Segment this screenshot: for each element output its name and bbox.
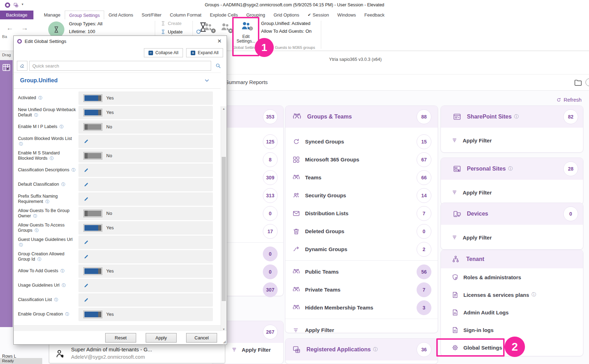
setting-control[interactable]: Yes bbox=[78, 264, 213, 278]
edit-pencil-icon[interactable] bbox=[83, 181, 89, 187]
back-arrow-icon[interactable]: ← bbox=[6, 24, 13, 32]
clear-search-button[interactable] bbox=[17, 61, 27, 71]
row-label: Deleted Groups bbox=[305, 228, 344, 234]
tab-session[interactable]: ✔Session bbox=[303, 11, 333, 19]
list-item-synced-groups[interactable]: Synced Groups15 bbox=[285, 133, 438, 151]
create-button[interactable]: Create bbox=[160, 21, 182, 26]
tab-grid-actions[interactable]: Grid Actions bbox=[104, 11, 137, 19]
tab-group-settings[interactable]: Group Settings bbox=[65, 11, 104, 19]
scroll-up-icon[interactable]: ▲ bbox=[221, 107, 227, 110]
horizontal-scrollbar[interactable] bbox=[14, 325, 221, 331]
tab-column-format[interactable]: Column Format bbox=[166, 11, 206, 19]
collapsed-panel-strip[interactable] bbox=[0, 60, 13, 327]
setting-control[interactable] bbox=[78, 192, 213, 206]
scrollbar-thumb[interactable] bbox=[222, 157, 226, 301]
sharepoint-card[interactable]: SharePoint Sitesⓘ82Apply Filter bbox=[441, 106, 583, 153]
edit-pencil-icon[interactable] bbox=[83, 239, 89, 245]
list-item-distribution-lists[interactable]: Distribution Lists7 bbox=[285, 204, 438, 222]
tenant-item-admin-audit-logs[interactable]: Admin Audit Logs bbox=[441, 304, 583, 321]
expand-all-label: Expand All bbox=[198, 50, 218, 55]
setting-control[interactable] bbox=[78, 164, 213, 177]
tab-backstage[interactable]: Backstage bbox=[0, 11, 33, 19]
toggle-on[interactable] bbox=[83, 109, 102, 116]
list-item-security-groups[interactable]: Security Groups14 bbox=[285, 186, 438, 204]
setting-control[interactable]: Yes bbox=[78, 106, 213, 119]
forward-arrow-icon[interactable]: → bbox=[21, 24, 28, 32]
apply-filter-button[interactable]: Apply Filter bbox=[285, 321, 438, 339]
setting-control[interactable] bbox=[78, 178, 213, 191]
devices-card[interactable]: Devices0Apply Filter bbox=[441, 203, 583, 250]
setting-control[interactable]: Yes bbox=[78, 91, 213, 105]
tab-grid-options[interactable]: Grid Options bbox=[269, 11, 303, 19]
toggle-on[interactable] bbox=[83, 224, 102, 232]
edit-pencil-icon[interactable] bbox=[83, 138, 89, 144]
setting-control[interactable]: Yes bbox=[78, 221, 213, 235]
edit-pencil-icon[interactable] bbox=[83, 297, 89, 303]
grid-lightning-icon[interactable] bbox=[2, 63, 11, 72]
setting-control[interactable] bbox=[78, 236, 213, 249]
update-button[interactable]: Update bbox=[160, 29, 183, 34]
chevron-down-icon[interactable] bbox=[204, 77, 210, 84]
apply-filter-button[interactable]: Apply Filter bbox=[441, 225, 583, 250]
setting-control[interactable]: No bbox=[78, 149, 213, 162]
tab-sort-filter[interactable]: Sort/Filter bbox=[138, 11, 166, 19]
list-item-public-teams[interactable]: Public Teams56 bbox=[285, 263, 438, 281]
setting-control[interactable] bbox=[78, 250, 213, 263]
list-item-deleted-groups[interactable]: Deleted Groups0 bbox=[285, 222, 438, 240]
toggle-on[interactable] bbox=[83, 311, 102, 318]
setting-control[interactable] bbox=[78, 135, 213, 148]
tab-manage[interactable]: Manage bbox=[40, 11, 65, 19]
apply-filter-button[interactable]: Apply Filter bbox=[441, 128, 583, 153]
partial-circle-icon[interactable] bbox=[585, 78, 589, 86]
edit-pencil-icon[interactable] bbox=[83, 167, 89, 173]
personal-card[interactable]: Personal Sitesⓘ28Apply Filter bbox=[441, 158, 583, 205]
setting-control[interactable] bbox=[78, 279, 213, 292]
list-item-teams[interactable]: Teams66 bbox=[285, 168, 438, 186]
count-badge: 67 bbox=[417, 152, 431, 167]
search-input[interactable] bbox=[29, 61, 211, 71]
session-user-card[interactable]: Super Admin of multi-tenants - G... Adel… bbox=[49, 344, 225, 363]
setting-control[interactable]: Yes bbox=[78, 308, 213, 321]
tab-feedback[interactable]: Feedback bbox=[360, 11, 389, 19]
add-members-icon[interactable]: + bbox=[203, 22, 215, 32]
vertical-scrollbar[interactable]: ▲ ▼ bbox=[221, 106, 227, 332]
close-icon[interactable]: ✕ bbox=[216, 38, 223, 44]
setting-control[interactable]: No bbox=[78, 207, 213, 220]
tenant-item-roles-administrators[interactable]: Roles & administrators bbox=[441, 268, 583, 286]
list-item-hidden-membership-teams[interactable]: Hidden Membership Teams3 bbox=[285, 299, 438, 317]
list-item-private-teams[interactable]: Private Teams7 bbox=[285, 281, 438, 299]
dialog-titlebar[interactable]: Edit Global Settings ✕ bbox=[14, 36, 227, 46]
reset-button[interactable]: Reset bbox=[105, 333, 136, 343]
edit-pencil-icon[interactable] bbox=[83, 196, 89, 202]
expand-all-button[interactable]: + Expand All bbox=[186, 48, 223, 57]
tenant-item-licenses-services-plans[interactable]: Licenses & services plansⓘ bbox=[441, 286, 583, 304]
toggle-off[interactable] bbox=[83, 123, 102, 131]
edit-pencil-icon[interactable] bbox=[83, 254, 89, 260]
resize-grip[interactable]: ◢ bbox=[223, 339, 226, 344]
collapse-all-button[interactable]: − Collapse All bbox=[144, 48, 183, 57]
apply-button[interactable]: Apply bbox=[146, 333, 177, 343]
search-icon[interactable] bbox=[213, 61, 223, 71]
refresh-icon bbox=[556, 97, 562, 103]
list-item-microsoft-365-groups[interactable]: Microsoft 365 Groups67 bbox=[285, 151, 438, 168]
tab-windows[interactable]: Windows bbox=[333, 11, 360, 19]
list-item-dynamic-groups[interactable]: Dynamic Groups2 bbox=[285, 240, 438, 258]
edit-pencil-icon[interactable] bbox=[83, 282, 89, 288]
toggle-on[interactable] bbox=[83, 94, 102, 102]
card-title: Registered Applications bbox=[306, 346, 371, 353]
refresh-button[interactable]: Refresh bbox=[556, 97, 582, 103]
setting-control[interactable]: No bbox=[78, 120, 213, 134]
toggle-off[interactable] bbox=[83, 152, 102, 160]
remove-members-icon[interactable]: ✕ bbox=[220, 22, 232, 32]
registered-applications-card[interactable]: Registered Applications ⓘ 36 bbox=[285, 338, 438, 364]
cancel-button[interactable]: Cancel bbox=[186, 333, 217, 343]
open-folder-icon[interactable] bbox=[574, 78, 583, 87]
section-header-group-unified[interactable]: Group.Unified bbox=[14, 72, 221, 89]
apply-filter-button[interactable]: Apply Filter bbox=[441, 180, 583, 205]
toggle-off[interactable] bbox=[83, 210, 102, 217]
tenant-item-sign-in-logs[interactable]: Sign-in logs bbox=[441, 321, 583, 339]
setting-control[interactable] bbox=[78, 293, 213, 307]
toggle-on[interactable] bbox=[83, 267, 102, 275]
scroll-down-icon[interactable]: ▼ bbox=[221, 328, 227, 331]
setting-label: Allow Guests To Access Groups ⓘ bbox=[14, 223, 76, 233]
